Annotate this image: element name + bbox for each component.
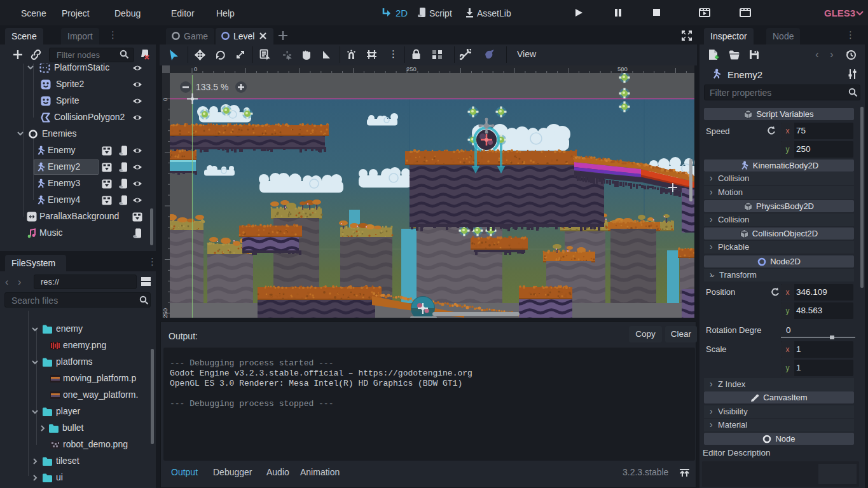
svg-text:0: 0 <box>194 65 197 72</box>
svg-text:500: 500 <box>617 65 628 72</box>
svg-text:133.5 %: 133.5 % <box>196 82 228 92</box>
svg-text:250: 250 <box>162 308 169 318</box>
svg-text:250: 250 <box>406 65 417 72</box>
svg-text:0: 0 <box>162 98 169 101</box>
